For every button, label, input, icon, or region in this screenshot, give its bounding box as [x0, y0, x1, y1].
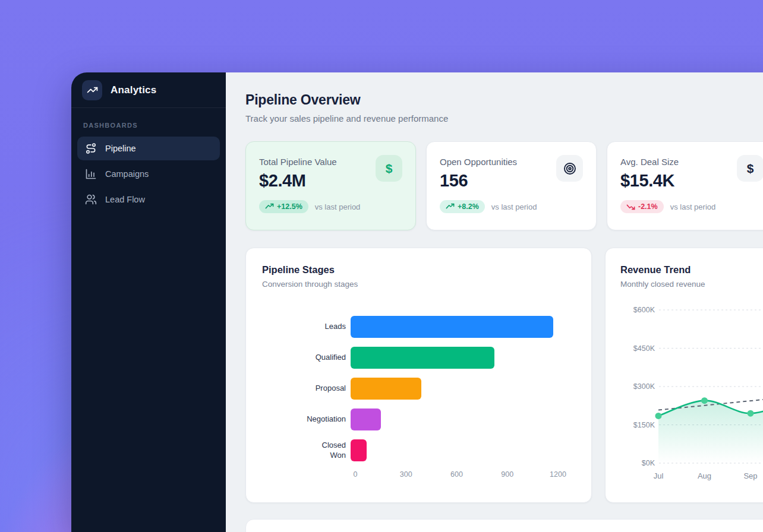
data-point[interactable]	[655, 413, 662, 419]
pipeline-bar-chart: LeadsQualifiedProposalNegotiationClosed …	[262, 316, 575, 461]
delta-badge: -2.1%	[620, 200, 664, 213]
target-icon	[556, 155, 583, 182]
chart-subtitle: Monthly closed revenue	[620, 280, 760, 289]
bar-category-label: Proposal	[262, 384, 351, 393]
bar-category-label: Closed Won	[262, 441, 351, 460]
pipeline-stages-card: Pipeline Stages Conversion through stage…	[245, 248, 592, 503]
x-tick-label: 300	[400, 470, 412, 479]
bar-row: Qualified	[262, 347, 575, 369]
bottom-card-partial	[245, 519, 763, 532]
compare-text: vs last period	[491, 202, 537, 211]
delta-badge: +8.2%	[440, 200, 485, 213]
trending-down-icon	[626, 202, 635, 211]
bar-proposal[interactable]	[351, 378, 421, 400]
x-month-label: Jul	[654, 471, 664, 480]
kpi-card-avg-deal-size[interactable]: Avg. Deal Size $15.4K $ -2.1% vs last pe…	[607, 141, 763, 230]
x-month-label: Sep	[743, 471, 757, 480]
compare-text: vs last period	[315, 202, 361, 211]
bar-qualified[interactable]	[351, 347, 494, 369]
compare-text: vs last period	[670, 202, 716, 211]
bar-closed-won[interactable]	[351, 439, 367, 461]
x-tick-label: 0	[354, 470, 358, 479]
bar-row: Proposal	[262, 378, 575, 400]
y-tick-label: $150K	[633, 421, 655, 429]
charts-row: Pipeline Stages Conversion through stage…	[245, 248, 763, 503]
main-content: Pipeline Overview Track your sales pipel…	[226, 72, 763, 532]
trending-up-icon	[446, 202, 455, 211]
sidebar-item-campaigns[interactable]: Campaigns	[77, 162, 220, 186]
bar-category-label: Negotiation	[262, 414, 351, 424]
trending-up-icon	[265, 202, 274, 211]
bar-category-label: Qualified	[262, 353, 351, 362]
chart-subtitle: Conversion through stages	[262, 280, 575, 289]
route-icon	[85, 142, 97, 154]
bar-row: Leads	[262, 316, 575, 338]
y-tick-label: $450K	[633, 344, 655, 353]
bar-leads[interactable]	[351, 316, 553, 338]
app-title: Analytics	[111, 84, 156, 96]
x-tick-label: 1200	[550, 470, 566, 479]
delta-badge: +12.5%	[259, 200, 308, 213]
sidebar-item-label: Lead Flow	[105, 195, 145, 204]
sidebar: Analytics DASHBOARDS Pipeline	[71, 72, 226, 532]
bar-negotiation[interactable]	[351, 408, 381, 430]
y-tick-label: $300K	[633, 382, 655, 391]
y-tick-label: $0K	[642, 459, 655, 467]
page-subtitle: Track your sales pipeline and revenue pe…	[245, 113, 763, 124]
sidebar-nav: Pipeline Campaigns Lead Flow	[71, 135, 226, 213]
bar-chart-icon	[85, 168, 97, 180]
chart-title: Revenue Trend	[620, 264, 760, 276]
bar-category-label: Leads	[262, 322, 351, 331]
chart-title: Pipeline Stages	[262, 264, 575, 276]
trending-up-logo-icon	[82, 80, 102, 100]
page-title: Pipeline Overview	[245, 92, 763, 108]
y-tick-label: $600K	[633, 306, 655, 314]
app-logo-row: Analytics	[71, 72, 226, 108]
x-tick-label: 900	[501, 470, 513, 479]
revenue-line-chart: $0K$150K$300K$450K$600KJulAugSep	[606, 305, 760, 486]
x-tick-label: 600	[450, 470, 463, 479]
dollar-sign-icon: $	[737, 155, 763, 182]
revenue-trend-card: Revenue Trend Monthly closed revenue $0K…	[605, 248, 763, 503]
users-icon	[85, 194, 97, 205]
sidebar-section-label: DASHBOARDS	[83, 122, 214, 129]
app-window: Analytics DASHBOARDS Pipeline	[71, 72, 763, 532]
data-point[interactable]	[701, 397, 708, 404]
sidebar-item-pipeline[interactable]: Pipeline	[77, 137, 220, 160]
bar-row: Closed Won	[262, 439, 575, 461]
sidebar-item-label: Pipeline	[105, 144, 136, 153]
sidebar-item-lead-flow[interactable]: Lead Flow	[77, 188, 220, 211]
sidebar-item-label: Campaigns	[105, 169, 149, 179]
pipeline-x-axis: 03006009001200	[355, 470, 575, 482]
dollar-sign-icon: $	[376, 155, 402, 182]
bar-row: Negotiation	[262, 408, 575, 430]
kpi-card-total-pipeline-value[interactable]: Total Pipeline Value $2.4M $ +12.5% vs l…	[245, 141, 416, 230]
kpi-card-open-opportunities[interactable]: Open Opportunities 156 +8.2% vs last per…	[426, 141, 597, 230]
data-point[interactable]	[748, 410, 754, 417]
x-month-label: Aug	[698, 471, 711, 480]
kpi-row: Total Pipeline Value $2.4M $ +12.5% vs l…	[245, 141, 763, 230]
